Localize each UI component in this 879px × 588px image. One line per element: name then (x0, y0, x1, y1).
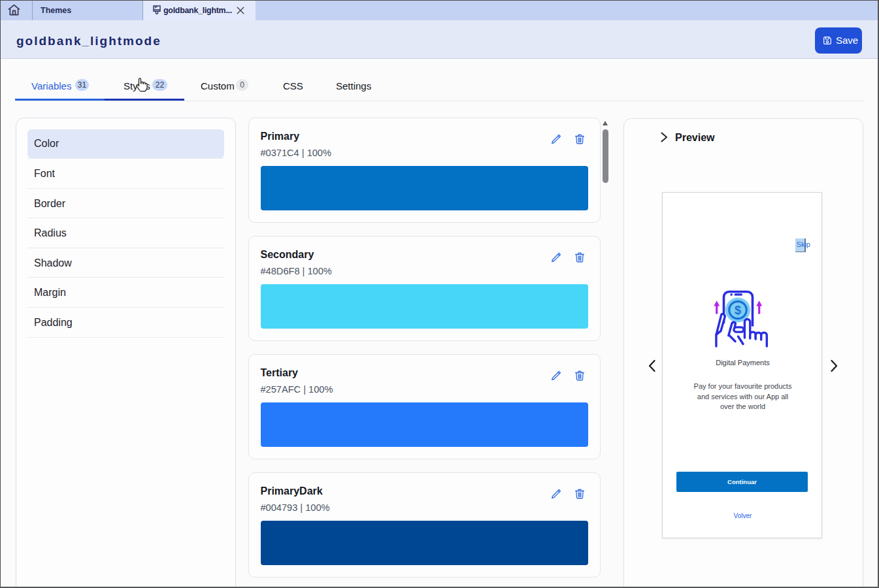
svg-text:$: $ (735, 304, 741, 317)
